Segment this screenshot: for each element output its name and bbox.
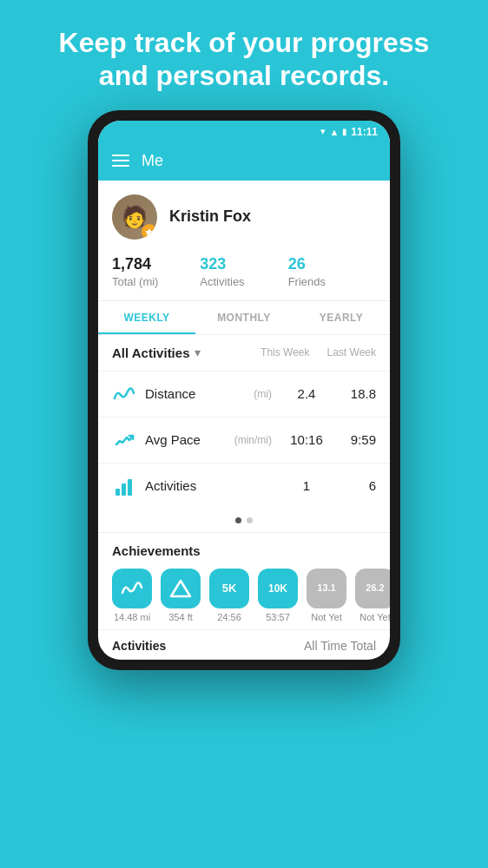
stat-total-distance-value: 1,784 [112,255,200,273]
phone-container: ▾ ▲ ▮ 11:11 Me 🧑 [88,110,400,670]
achievements-section: Achievements 14.48 mi [98,532,390,629]
nav-bar: Me [98,143,390,181]
achievement-text-elevation: 354 ft [168,612,193,622]
table-row: Avg Pace (min/mi) 10:16 9:59 [98,417,390,463]
achievement-item-distance: 14.48 mi [112,569,152,622]
nav-title: Me [142,152,163,170]
distance-last-week: 18.8 [333,386,376,401]
svg-rect-1 [122,483,126,496]
status-bar: ▾ ▲ ▮ 11:11 [98,121,390,143]
avatar: 🧑 [112,194,157,240]
signal-icon: ▲ [329,127,339,137]
achievement-item-10k: 10K 53:57 [258,569,298,622]
achievement-badge-full: 26.2 [355,569,390,608]
bottom-label: Activities [112,639,166,653]
activities-icon [112,474,136,498]
dot-1[interactable] [235,517,241,523]
achievement-badge-distance [112,569,152,608]
achievement-item-half-marathon: 13.1 Not Yet [307,569,346,622]
table-row: Activities 1 6 [98,463,390,509]
achievements-row: 14.48 mi 354 ft 5K 24:56 [112,569,376,622]
filter-label: All Activities [112,345,189,360]
wifi-icon: ▾ [320,126,326,137]
dot-2[interactable] [247,517,253,523]
achievement-text-5k: 24:56 [217,612,241,622]
activities-this-week: 1 [280,478,333,493]
svg-marker-3 [171,581,190,596]
bottom-value: All Time Total [304,639,376,653]
stat-total-distance-label: Total (mi) [112,275,200,288]
svg-rect-0 [115,489,120,496]
stat-friends-value: 26 [288,255,376,273]
profile-name: Kristin Fox [169,207,251,226]
achievements-label: Achievements [112,543,376,558]
stat-friends[interactable]: 26 Friends [288,255,376,288]
distance-unit: (mi) [228,388,272,400]
stats-row: 1,784 Total (mi) 323 Activities 26 Frien… [98,248,390,301]
dropdown-arrow-icon[interactable]: ▾ [195,345,201,359]
phone-screen: ▾ ▲ ▮ 11:11 Me 🧑 [98,121,390,660]
pace-icon [112,428,136,452]
profile-section: 🧑 Kristin Fox [98,181,390,248]
avatar-badge [142,224,157,240]
stat-activities[interactable]: 323 Activities [200,255,287,288]
table-row: Distance (mi) 2.4 18.8 [98,371,390,417]
stat-activities-label: Activities [200,275,287,288]
bottom-row: Activities All Time Total [98,629,390,660]
tab-weekly[interactable]: WEEKLY [98,301,195,334]
achievement-badge-5k: 5K [209,569,249,608]
pace-this-week: 10:16 [280,432,333,447]
col-header-last-week: Last Week [327,346,376,358]
stat-friends-label: Friends [288,275,376,288]
achievement-item-5k: 5K 24:56 [209,569,249,622]
achievement-badge-elevation [161,569,201,608]
pace-unit: (min/mi) [228,434,272,446]
pagination-dots [98,509,390,532]
pace-label: Avg Pace [145,432,228,447]
pace-last-week: 9:59 [333,432,376,447]
achievement-item-full-marathon: 26.2 Not Yet [355,569,390,622]
distance-label: Distance [145,386,228,401]
distance-this-week: 2.4 [280,386,333,401]
data-table: Distance (mi) 2.4 18.8 Avg Pace (min/mi)… [98,371,390,509]
achievement-item-elevation: 354 ft [161,569,201,622]
tab-monthly[interactable]: MONTHLY [195,301,293,334]
activities-label: Activities [145,478,228,493]
battery-icon: ▮ [342,127,347,136]
achievement-badge-10k: 10K [258,569,298,608]
activities-last-week: 6 [333,478,376,493]
achievement-text-half: Not Yet [311,612,341,622]
tab-yearly[interactable]: YEARLY [293,301,390,334]
svg-rect-2 [128,479,132,496]
filter-row: All Activities ▾ This Week Last Week [98,335,390,371]
header-title: Keep track of your progress and personal… [0,0,488,110]
achievement-badge-half: 13.1 [307,569,346,608]
achievement-text-distance: 14.48 mi [114,612,150,622]
achievement-text-full: Not Yet [359,612,390,622]
status-time: 11:11 [351,126,378,138]
hamburger-menu-button[interactable] [112,155,129,167]
stat-activities-value: 323 [200,255,287,273]
achievement-text-10k: 53:57 [266,612,290,622]
stat-total-distance: 1,784 Total (mi) [112,255,200,288]
tabs-row: WEEKLY MONTHLY YEARLY [98,301,390,335]
col-header-this-week: This Week [260,346,309,358]
distance-icon [112,382,136,406]
